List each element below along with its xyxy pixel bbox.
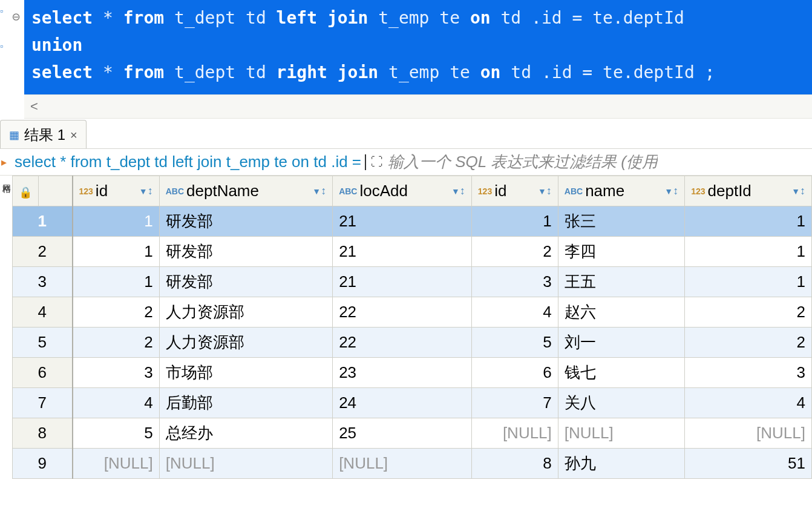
cell[interactable]: 刘一: [558, 328, 684, 358]
cell[interactable]: 6: [471, 358, 558, 388]
cell[interactable]: 1: [685, 206, 812, 237]
tab-result-1[interactable]: ▦ 结果 1 ×: [0, 120, 87, 148]
cell[interactable]: 8: [471, 449, 558, 479]
row-number[interactable]: 7: [13, 388, 73, 418]
filter-sort-icon[interactable]: ▼↕: [791, 185, 805, 197]
row-number[interactable]: 3: [13, 267, 73, 297]
table-row[interactable]: 85总经办25[NULL][NULL][NULL]: [13, 418, 812, 449]
query-marker-icon: ▸: [1, 156, 12, 169]
close-icon[interactable]: ×: [70, 128, 77, 142]
cell[interactable]: 2: [685, 297, 812, 328]
cell[interactable]: 赵六: [558, 297, 684, 328]
column-header-id[interactable]: 123 id▼↕: [73, 176, 160, 206]
row-number[interactable]: 4: [13, 297, 73, 328]
lock-column: 🔒: [13, 176, 39, 206]
cell[interactable]: 1: [73, 237, 160, 267]
column-header-deptId[interactable]: 123 deptId▼↕: [685, 176, 812, 206]
cell[interactable]: 21: [333, 267, 472, 297]
cell[interactable]: 7: [471, 388, 558, 418]
cell[interactable]: 1: [73, 267, 160, 297]
cell[interactable]: 3: [471, 267, 558, 297]
filter-sort-icon[interactable]: ▼↕: [538, 185, 552, 197]
results-tabs: ▦ 结果 1 ×: [0, 122, 812, 149]
cell[interactable]: 研发部: [159, 237, 332, 267]
breadcrumb-back[interactable]: <: [30, 99, 38, 114]
filter-sort-icon[interactable]: ▼↕: [312, 185, 326, 197]
type-badge: ABC: [339, 186, 357, 196]
vertical-panel-tab[interactable]: 网格: [0, 176, 12, 479]
table-row[interactable]: 21研发部212李四1: [13, 237, 812, 267]
table-row[interactable]: 31研发部213王五1: [13, 267, 812, 297]
cell[interactable]: 关八: [558, 388, 684, 418]
query-snippet[interactable]: select * from t_dept td left join t_emp …: [12, 153, 364, 171]
cell[interactable]: 25: [333, 418, 472, 449]
cell[interactable]: [NULL]: [333, 449, 472, 479]
sql-editor[interactable]: ⊖ select * from t_dept td left join t_em…: [24, 0, 812, 94]
cell[interactable]: 2: [73, 328, 160, 358]
cell[interactable]: 张三: [558, 206, 684, 237]
cell[interactable]: 钱七: [558, 358, 684, 388]
cell[interactable]: 孙九: [558, 449, 684, 479]
cell[interactable]: 4: [685, 388, 812, 418]
cell[interactable]: 22: [333, 297, 472, 328]
column-header-name[interactable]: ABC name▼↕: [558, 176, 684, 206]
cell[interactable]: 研发部: [159, 267, 332, 297]
breadcrumb-bar[interactable]: <: [24, 94, 812, 119]
column-header-deptName[interactable]: ABC deptName▼↕: [159, 176, 332, 206]
cell[interactable]: 人力资源部: [159, 297, 332, 328]
column-header-id[interactable]: 123 id▼↕: [471, 176, 558, 206]
cell[interactable]: [NULL]: [73, 449, 160, 479]
row-number[interactable]: 5: [13, 328, 73, 358]
cell[interactable]: 21: [333, 237, 472, 267]
cell[interactable]: 24: [333, 388, 472, 418]
cell[interactable]: 4: [471, 297, 558, 328]
table-row[interactable]: 42人力资源部224赵六2: [13, 297, 812, 328]
row-number[interactable]: 8: [13, 418, 73, 449]
cell[interactable]: 1: [685, 237, 812, 267]
cell[interactable]: 51: [685, 449, 812, 479]
cell[interactable]: 研发部: [159, 206, 332, 237]
cell[interactable]: 22: [333, 328, 472, 358]
cell[interactable]: 4: [73, 388, 160, 418]
cell[interactable]: [NULL]: [471, 418, 558, 449]
cell[interactable]: 21: [333, 206, 472, 237]
column-header-locAdd[interactable]: ABC locAdd▼↕: [333, 176, 472, 206]
expand-icon[interactable]: ⛶: [366, 155, 388, 169]
cell[interactable]: 1: [685, 267, 812, 297]
cell[interactable]: 3: [73, 358, 160, 388]
table-row[interactable]: 74后勤部247关八4: [13, 388, 812, 418]
row-number[interactable]: 6: [13, 358, 73, 388]
row-number[interactable]: 1: [13, 206, 73, 237]
cell[interactable]: 1: [73, 206, 160, 237]
cell[interactable]: [NULL]: [159, 449, 332, 479]
table-row[interactable]: 63市场部236钱七3: [13, 358, 812, 388]
cell[interactable]: 市场部: [159, 358, 332, 388]
filter-input[interactable]: 输入一个 SQL 表达式来过滤结果 (使用: [388, 151, 658, 173]
cell[interactable]: [NULL]: [558, 418, 684, 449]
cell[interactable]: 总经办: [159, 418, 332, 449]
cell[interactable]: 5: [73, 418, 160, 449]
row-number[interactable]: 2: [13, 237, 73, 267]
cell[interactable]: [NULL]: [685, 418, 812, 449]
filter-sort-icon[interactable]: ▼↕: [664, 185, 678, 197]
cell[interactable]: 5: [471, 328, 558, 358]
filter-sort-icon[interactable]: ▼↕: [139, 185, 153, 197]
type-badge: 123: [478, 186, 492, 196]
table-row[interactable]: 52人力资源部225刘一2: [13, 328, 812, 358]
cell[interactable]: 2: [471, 237, 558, 267]
cell[interactable]: 2: [73, 297, 160, 328]
cell[interactable]: 王五: [558, 267, 684, 297]
row-number[interactable]: 9: [13, 449, 73, 479]
fold-icon[interactable]: ⊖: [12, 6, 20, 27]
cell[interactable]: 1: [471, 206, 558, 237]
column-name: deptName: [186, 182, 259, 200]
cell[interactable]: 23: [333, 358, 472, 388]
cell[interactable]: 人力资源部: [159, 328, 332, 358]
cell[interactable]: 后勤部: [159, 388, 332, 418]
filter-sort-icon[interactable]: ▼↕: [451, 185, 465, 197]
cell[interactable]: 3: [685, 358, 812, 388]
table-row[interactable]: 9[NULL][NULL][NULL]8孙九51: [13, 449, 812, 479]
cell[interactable]: 李四: [558, 237, 684, 267]
table-row[interactable]: 11研发部211张三1: [13, 206, 812, 237]
cell[interactable]: 2: [685, 328, 812, 358]
